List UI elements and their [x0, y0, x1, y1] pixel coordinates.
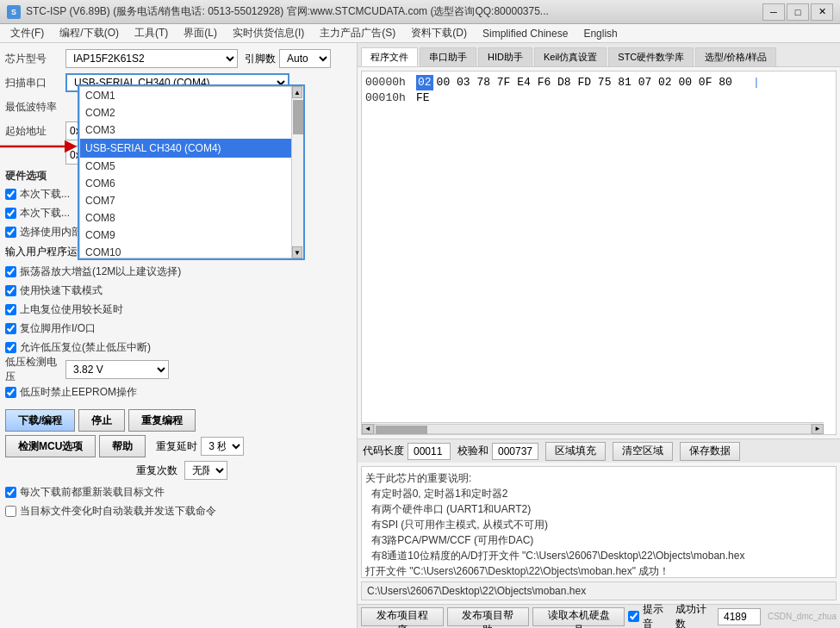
checkbox-amplify[interactable] — [5, 266, 16, 277]
hscroll-left-btn[interactable]: ◄ — [362, 424, 374, 434]
checkbox-0[interactable] — [5, 189, 16, 200]
chip-type-label: 芯片型号 — [5, 52, 65, 66]
tip-checkbox-group: 提示音 — [628, 602, 672, 629]
scroll-up-btn[interactable]: ▲ — [292, 86, 302, 98]
com-option-com10[interactable]: COM10 — [80, 244, 302, 258]
menu-tools[interactable]: 工具(T) — [128, 25, 175, 42]
stop-button[interactable]: 停止 — [78, 409, 125, 432]
menu-file[interactable]: 文件(F) — [3, 25, 51, 42]
code-info-bar: 代码长度 00011 校验和 000737 区域填充 清空区域 保存数据 — [358, 438, 840, 463]
checkbox-label-amplify: 振荡器放大增益(12M以上建议选择) — [20, 264, 181, 279]
checkbox-label-reload: 每次下载前都重新装载目标文件 — [20, 485, 165, 500]
tab-program-file[interactable]: 程序文件 — [361, 47, 418, 66]
checkbox-1[interactable] — [5, 208, 16, 219]
fill-btn[interactable]: 区域填充 — [545, 442, 606, 461]
voltage-select[interactable]: 3.82 V — [65, 360, 169, 379]
checksum-value: 000737 — [492, 443, 538, 460]
com-dropdown: COM1 COM2 COM3 USB-SERIAL CH340 (COM4) C… — [78, 84, 305, 260]
help-button[interactable]: 帮助 — [99, 435, 146, 457]
checkbox-label-eeprom: 低压时禁止EEPROM操作 — [20, 385, 137, 400]
close-button[interactable]: ✕ — [811, 3, 833, 21]
com-option-com8[interactable]: COM8 — [80, 209, 302, 227]
hscroll-track[interactable] — [374, 424, 812, 434]
code-length-label: 代码长度 — [363, 444, 404, 458]
checkbox-autoload[interactable] — [5, 506, 16, 517]
checkbox-label-low-voltage: 允许低压复位(禁止低压中断) — [20, 340, 151, 355]
menu-program[interactable]: 编程/下载(O) — [53, 25, 126, 42]
menu-products[interactable]: 主力产品广告(S) — [313, 25, 402, 42]
watermark-text: CSDN_dmc_zhua — [768, 612, 837, 621]
hex-row-1: 00010h FE — [365, 90, 832, 106]
hex-hscrollbar[interactable]: ◄ ► — [362, 422, 824, 434]
tab-serial-helper[interactable]: 串口助手 — [420, 47, 476, 66]
checkbox-irc[interactable] — [5, 227, 16, 238]
left-panel: 芯片型号 IAP15F2K61S2 引脚数 Auto 扫描串口 USB-SERI… — [0, 43, 358, 628]
bottom-action-bar: 发布项目程序 发布项目帮助 读取本机硬盘号 提示音 成功计数 4189 CSDN… — [358, 604, 840, 628]
com-option-com5[interactable]: COM5 — [80, 158, 302, 175]
hex-view: 00000h 02 00 03 78 7F E4 F6 D8 FD 75 81 … — [361, 71, 837, 435]
com-option-selected[interactable]: USB-SERIAL CH340 (COM4) — [80, 139, 302, 158]
path-area: C:\Users\26067\Desktop\22\Objects\moban.… — [361, 581, 837, 600]
hex-byte-highlight: 02 — [416, 75, 433, 90]
com-option-com3[interactable]: COM3 — [80, 121, 302, 139]
clear-btn[interactable]: 清空区域 — [613, 442, 673, 461]
checkbox-reload[interactable] — [5, 487, 16, 498]
hex-addr-1: 00010h — [365, 90, 413, 106]
com-option-com6[interactable]: COM6 — [80, 175, 302, 192]
menu-bar: 文件(F) 编程/下载(O) 工具(T) 界面(L) 实时供货信息(I) 主力产… — [0, 24, 840, 43]
menu-download[interactable]: 资料下载(D) — [404, 25, 474, 42]
com-option-com7[interactable]: COM7 — [80, 192, 302, 209]
checkbox-label-0: 本次下载... — [20, 187, 70, 202]
repeat-select[interactable]: 无限 — [184, 461, 227, 480]
hscroll-thumb[interactable] — [376, 426, 427, 434]
app-title: STC-ISP (V6.89B) (服务电话/销售电话: 0513-550129… — [26, 4, 549, 19]
redownload-button[interactable]: 重复编程 — [128, 409, 196, 432]
checkbox-low-voltage[interactable] — [5, 342, 16, 353]
checkbox-label-fast: 使用快速下载模式 — [20, 283, 103, 298]
hex-addr-0: 00000h — [365, 75, 413, 90]
menu-english[interactable]: English — [576, 25, 624, 42]
tab-keil-sim[interactable]: Keil仿真设置 — [534, 47, 607, 66]
tip-checkbox[interactable] — [628, 611, 639, 622]
menu-realtime[interactable]: 实时供货信息(I) — [226, 25, 311, 42]
tab-hardware-lib[interactable]: STC硬件数学库 — [608, 47, 694, 66]
delay-select[interactable]: 3 秒 — [201, 437, 244, 456]
menu-interface[interactable]: 界面(L) — [177, 25, 224, 42]
minimize-button[interactable]: ─ — [762, 3, 785, 21]
scroll-down-btn[interactable]: ▼ — [292, 246, 302, 258]
download-button[interactable]: 下载/编程 — [5, 409, 75, 432]
checkbox-eeprom[interactable] — [5, 387, 16, 398]
read-disk-btn[interactable]: 读取本机硬盘号 — [532, 607, 625, 626]
com-option-com2[interactable]: COM2 — [80, 104, 302, 121]
output-line-0: 关于此芯片的重要说明: — [365, 470, 832, 486]
output-line-4: 有3路PCA/PWM/CCF (可用作DAC) — [365, 532, 832, 548]
hex-bytes-0: 00 03 78 7F E4 F6 D8 FD 75 81 07 02 00 0… — [437, 75, 732, 90]
tab-hid-helper[interactable]: HID助手 — [478, 47, 532, 66]
boot-pin-select[interactable]: Auto — [279, 49, 331, 68]
scroll-thumb[interactable] — [293, 100, 303, 134]
hscroll-right-btn[interactable]: ► — [812, 424, 824, 434]
menu-simplified[interactable]: Simplified Chinese — [476, 25, 575, 42]
output-line-1: 有定时器0, 定时器1和定时器2 — [365, 486, 832, 501]
chip-type-select[interactable]: IAP15F2K61S2 — [65, 49, 238, 68]
checkbox-label-reset-io: 复位脚用作I/O口 — [20, 321, 96, 336]
tip-label: 提示音 — [643, 602, 672, 629]
tabs-bar: 程序文件 串口助手 HID助手 Keil仿真设置 STC硬件数学库 选型/价格/… — [358, 43, 840, 67]
save-btn[interactable]: 保存数据 — [680, 442, 740, 461]
detect-button[interactable]: 检测MCU选项 — [5, 435, 96, 457]
scan-port-label: 扫描串口 — [5, 76, 65, 90]
dropdown-scrollbar[interactable]: ▲ ▼ — [291, 86, 303, 258]
hex-row-0: 00000h 02 00 03 78 7F E4 F6 D8 FD 75 81 … — [365, 75, 832, 90]
tab-selection[interactable]: 选型/价格/样品 — [695, 47, 776, 66]
checkbox-fast[interactable] — [5, 285, 16, 296]
checkbox-reset-delay[interactable] — [5, 304, 16, 315]
maximize-button[interactable]: □ — [787, 3, 809, 21]
com-option-com1[interactable]: COM1 — [80, 87, 302, 104]
com-dropdown-list[interactable]: COM1 COM2 COM3 USB-SERIAL CH340 (COM4) C… — [79, 86, 303, 258]
speed-label: 最低波特率 — [5, 100, 65, 115]
publish-help-btn[interactable]: 发布项目帮助 — [447, 607, 530, 626]
success-label: 成功计数 — [675, 602, 714, 629]
publish-program-btn[interactable]: 发布项目程序 — [361, 607, 444, 626]
com-option-com9[interactable]: COM9 — [80, 227, 302, 244]
checkbox-reset-io[interactable] — [5, 323, 16, 334]
